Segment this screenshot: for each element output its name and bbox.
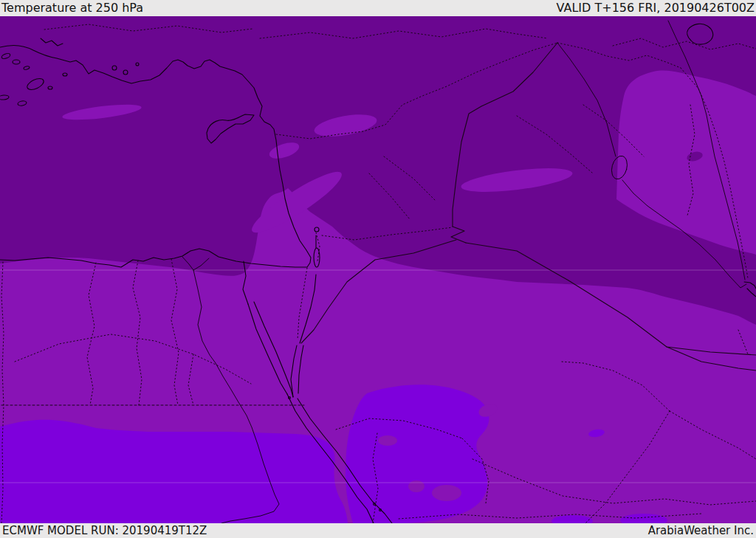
- branding-label: ArabiaWeather Inc.: [648, 523, 754, 538]
- page-title: Temperature at 250 hPa: [1, 0, 143, 16]
- weather-map-area: [0, 16, 756, 523]
- temperature-map: [0, 16, 756, 523]
- header-bar: Temperature at 250 hPa VALID T+156 FRI, …: [0, 0, 756, 16]
- model-run-label: ECMWF MODEL RUN: 20190419T12Z: [2, 523, 207, 538]
- valid-time-label: VALID T+156 FRI, 20190426T00Z: [557, 0, 755, 16]
- footer-bar: ECMWF MODEL RUN: 20190419T12Z ArabiaWeat…: [0, 523, 756, 538]
